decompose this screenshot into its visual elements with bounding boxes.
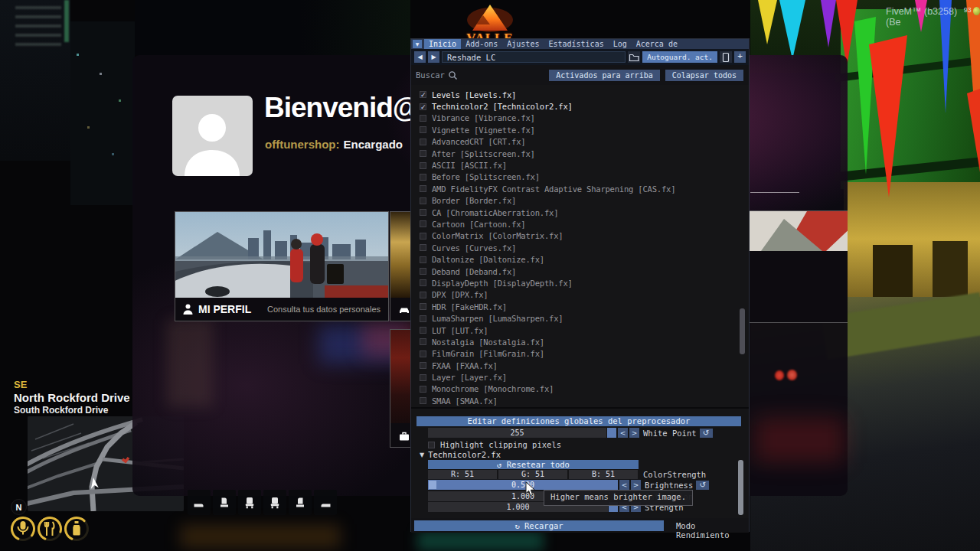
seat-tile[interactable] (238, 490, 261, 515)
tab-acerca-de[interactable]: Acerca de (632, 39, 682, 49)
tab-add-ons[interactable]: Add-ons (461, 39, 502, 49)
autosave-button[interactable]: Autoguard. act. (642, 51, 717, 63)
effect-checkbox[interactable] (420, 256, 426, 263)
tab-estad-sticas[interactable]: Estadísticas (544, 39, 608, 49)
effect-row[interactable]: After [Splitscreen.fx] (411, 148, 749, 159)
effect-row[interactable]: Border [Border.fx] (411, 195, 749, 207)
effect-checkbox[interactable] (420, 115, 426, 122)
effect-checkbox[interactable] (420, 185, 426, 192)
colorstrength-g[interactable]: G: 51 (498, 470, 567, 479)
effect-row[interactable]: FXAA [FXAA.fx] (411, 360, 749, 371)
highlight-checkbox[interactable] (428, 442, 435, 448)
increase-button[interactable]: > (629, 428, 639, 438)
effect-row[interactable]: Monochrome [Monochrome.fx] (411, 383, 749, 395)
effect-row[interactable]: ColorMatrix [ColorMatrix.fx] (411, 230, 749, 242)
tab-log[interactable]: Log (609, 39, 632, 49)
colorstrength-b[interactable]: B: 51 (569, 470, 638, 479)
add-preset-button[interactable]: + (734, 51, 746, 63)
effect-row[interactable]: FilmGrain [FilmGrain.fx] (411, 348, 749, 360)
effect-row[interactable]: Cartoon [Cartoon.fx] (411, 218, 749, 230)
preset-name-field[interactable]: Reshade LC (442, 51, 626, 63)
effect-checkbox[interactable] (420, 126, 426, 133)
effect-checkbox[interactable] (420, 139, 426, 145)
effect-row[interactable]: DisplayDepth [DisplayDepth.fx] (411, 277, 749, 289)
effect-row[interactable]: ✓Technicolor2 [Technicolor2.fx] (411, 100, 749, 112)
effect-checkbox[interactable] (420, 268, 426, 275)
effect-checkbox[interactable]: ✓ (420, 91, 426, 98)
folder-icon[interactable] (628, 51, 640, 63)
effect-checkbox[interactable] (420, 327, 426, 334)
effect-row[interactable]: Vignette [Vignette.fx] (411, 124, 749, 135)
tab-inicio[interactable]: Inicio (424, 39, 461, 49)
search-input[interactable]: Buscar (416, 70, 445, 80)
edit-preprocessor-button[interactable]: Editar definiciones globales del preproc… (416, 416, 741, 426)
effect-row[interactable]: Daltonize [Daltonize.fx] (411, 253, 749, 265)
effect-checkbox[interactable] (420, 362, 426, 369)
effect-row[interactable]: Deband [Deband.fx] (411, 266, 749, 277)
enabled-to-top-button[interactable]: Activados para arriba (549, 70, 659, 81)
effect-checkbox[interactable] (420, 174, 426, 181)
effect-row[interactable]: HDR [FakeHDR.fx] (411, 301, 749, 312)
slider-grab[interactable] (607, 428, 616, 438)
effect-checkbox[interactable] (420, 197, 426, 204)
effect-row[interactable]: ASCII [ASCII.fx] (411, 159, 749, 171)
effect-row[interactable]: DPX [DPX.fx] (411, 289, 749, 301)
brightness-slider[interactable]: 0.500 (428, 480, 618, 490)
effect-checkbox[interactable] (420, 209, 426, 216)
reset-icon[interactable]: ↺ (696, 481, 709, 490)
prev-preset-button[interactable]: ◀ (414, 51, 426, 63)
slider-grab[interactable] (429, 481, 436, 489)
effect-checkbox[interactable] (420, 244, 426, 251)
seat-tile[interactable] (289, 490, 312, 515)
effect-row[interactable]: Vibrance [Vibrance.fx] (411, 112, 749, 124)
effect-row[interactable]: Layer [Layer.fx] (411, 371, 749, 383)
effect-checkbox[interactable] (420, 162, 426, 169)
effect-row[interactable]: ✓Levels [Levels.fx] (411, 89, 749, 100)
effect-checkbox[interactable] (420, 150, 426, 157)
performance-mode-label[interactable]: Modo Rendimiento (676, 521, 749, 540)
effect-row[interactable]: SMAA [SMAA.fx] (411, 395, 749, 406)
effect-row[interactable]: LUT [LUT.fx] (411, 324, 749, 336)
reset-all-button[interactable]: ↺ Resetear todo (428, 460, 639, 469)
effect-row[interactable]: Before [Splitscreen.fx] (411, 171, 749, 183)
effect-checkbox[interactable] (420, 374, 426, 381)
effect-checkbox[interactable] (420, 315, 426, 322)
effect-checkbox[interactable] (420, 303, 426, 310)
effect-checkbox[interactable] (420, 220, 426, 227)
seat-tile[interactable] (188, 490, 211, 515)
effect-checkbox[interactable] (420, 292, 426, 298)
effect-row[interactable]: Curves [Curves.fx] (411, 242, 749, 253)
effect-row[interactable]: CA [ChromaticAberration.fx] (411, 207, 749, 218)
seat-tile[interactable] (263, 490, 286, 515)
reload-button[interactable]: ↻ Recargar (414, 520, 664, 531)
tab-ajustes[interactable]: Ajustes (502, 39, 544, 49)
effects-scrollbar[interactable] (740, 308, 745, 354)
effect-row[interactable]: Nostalgia [Nostalgia.fx] (411, 336, 749, 347)
reset-icon[interactable]: ↺ (700, 429, 713, 438)
white-point-slider[interactable]: 255 (428, 428, 606, 438)
effect-checkbox[interactable] (420, 350, 426, 357)
profile-card[interactable]: MI PERFIL Consulta tus datos personales (175, 211, 389, 321)
effect-checkbox[interactable] (420, 279, 426, 286)
increase-button[interactable]: > (631, 480, 641, 490)
effect-checkbox[interactable]: ✓ (420, 103, 426, 110)
effect-checkbox[interactable] (420, 338, 426, 345)
tree-open-icon[interactable]: ▼ (420, 452, 424, 458)
clipboard-icon[interactable] (720, 51, 732, 63)
effect-row[interactable]: LumaSharpen [LumaSharpen.fx] (411, 312, 749, 324)
effect-checkbox[interactable] (420, 386, 426, 393)
effect-checkbox[interactable] (420, 397, 426, 404)
next-preset-button[interactable]: ▶ (428, 51, 439, 63)
technicolor-section[interactable]: ▼ Technicolor2.fx (420, 450, 501, 459)
effect-row[interactable]: AdvancedCRT [CRT.fx] (411, 136, 749, 148)
effect-row[interactable]: AMD FidelityFX Contrast Adaptive Sharpen… (411, 183, 749, 194)
seat-tile[interactable] (213, 490, 236, 515)
decrease-button[interactable]: < (618, 428, 628, 438)
seat-tile[interactable] (314, 490, 337, 515)
effect-checkbox[interactable] (420, 233, 426, 240)
decrease-button[interactable]: < (619, 480, 629, 490)
colorstrength-r[interactable]: R: 51 (428, 470, 497, 479)
collapse-all-button[interactable]: Colapsar todos (665, 70, 743, 81)
editor-scrollbar[interactable] (738, 460, 743, 515)
collapse-window-button[interactable]: ▼ (413, 40, 422, 48)
